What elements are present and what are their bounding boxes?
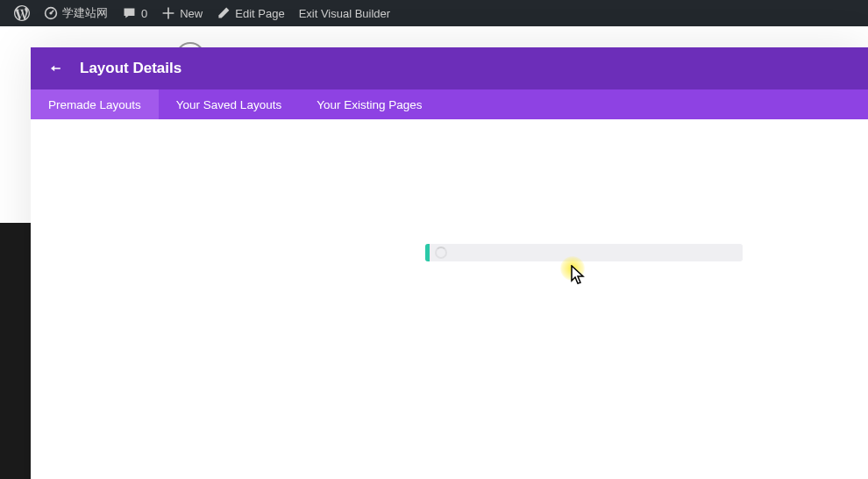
tab-existing-pages[interactable]: Your Existing Pages — [299, 89, 439, 119]
page-background — [0, 26, 868, 47]
back-arrow-icon — [46, 60, 64, 77]
site-name-label: 学建站网 — [62, 5, 108, 21]
layout-details-modal: Layout Details Premade Layouts Your Save… — [31, 47, 868, 479]
left-dark-strip — [0, 223, 31, 479]
new-label: New — [180, 7, 203, 20]
modal-body — [31, 119, 868, 479]
tab-saved-layouts[interactable]: Your Saved Layouts — [159, 89, 299, 119]
modal-title: Layout Details — [80, 60, 181, 77]
input-accent-handle — [425, 244, 430, 261]
edit-page-label: Edit Page — [235, 7, 284, 20]
search-input[interactable] — [425, 244, 743, 261]
plus-icon — [161, 6, 175, 20]
comment-icon — [122, 6, 137, 21]
site-name-link[interactable]: 学建站网 — [37, 0, 115, 26]
tab-premade-layouts[interactable]: Premade Layouts — [31, 89, 159, 119]
dashboard-icon — [44, 6, 58, 20]
tab-existing-label: Your Existing Pages — [317, 98, 422, 111]
modal-header: Layout Details — [31, 47, 868, 89]
back-button[interactable] — [46, 60, 64, 77]
loading-spinner-icon — [435, 247, 447, 259]
tab-premade-label: Premade Layouts — [48, 98, 141, 111]
exit-visual-builder-link[interactable]: Exit Visual Builder — [292, 0, 398, 26]
cursor-icon — [571, 265, 587, 290]
svg-line-2 — [51, 11, 53, 13]
wp-admin-bar: 学建站网 0 New Edit Page Exit Visual Builder — [0, 0, 868, 26]
comments-link[interactable]: 0 — [115, 0, 154, 26]
comments-count: 0 — [141, 7, 147, 20]
tab-saved-label: Your Saved Layouts — [176, 98, 281, 111]
exit-vb-label: Exit Visual Builder — [299, 7, 391, 20]
wordpress-icon — [14, 5, 30, 21]
wp-logo[interactable] — [7, 0, 37, 26]
modal-tabs: Premade Layouts Your Saved Layouts Your … — [31, 89, 868, 119]
pencil-icon — [217, 6, 231, 20]
edit-page-link[interactable]: Edit Page — [210, 0, 291, 26]
new-link[interactable]: New — [154, 0, 210, 26]
